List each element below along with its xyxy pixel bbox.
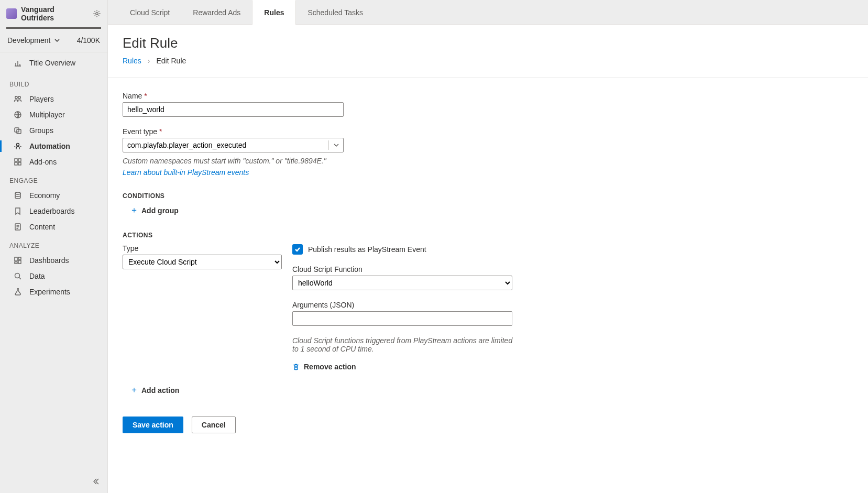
globe-icon [14,111,22,119]
divider [108,78,868,78]
nav-label: Experiments [29,288,70,296]
field-name: Name * [123,92,853,117]
svg-rect-16 [15,262,17,264]
flask-icon [14,288,22,296]
nav-experiments[interactable]: Experiments [0,284,107,300]
nav-data[interactable]: Data [0,268,107,284]
eventtype-label: Event type * [123,127,853,136]
save-button[interactable]: Save action [123,417,183,433]
arguments-input[interactable] [292,311,512,326]
actions-header: ACTIONS [123,232,853,239]
nav-groups[interactable]: Groups [0,123,107,138]
plus-icon: ＋ [130,205,137,216]
nav-label: Title Overview [29,59,75,67]
content: Edit Rule Rules › Edit Rule Name * Event… [108,25,868,493]
nav-economy[interactable]: Economy [0,188,107,203]
plus-icon: ＋ [130,385,137,396]
collapse-sidebar-icon[interactable] [92,477,100,486]
groups-icon [14,126,22,135]
nav-leaderboards[interactable]: Leaderboards [0,203,107,219]
learn-playstream-link[interactable]: Learn about built-in PlayStream events [123,168,249,177]
tab-rules[interactable]: Rules [252,0,296,25]
breadcrumb: Rules › Edit Rule [123,57,853,65]
footer-buttons: Save action Cancel [123,417,853,433]
nav-addons[interactable]: Add-ons [0,154,107,170]
tab-label: Cloud Script [130,8,170,17]
tab-scheduled-tasks[interactable]: Scheduled Tasks [296,0,375,24]
tab-label: Rules [264,8,284,17]
args-label: Arguments (JSON) [292,301,518,309]
add-action-label: Add action [141,386,179,395]
chevron-down-icon [54,37,60,43]
namespace-helper: Custom namespaces must start with "custo… [123,157,853,165]
nav-label: Multiplayer [29,111,65,119]
tab-label: Scheduled Tasks [307,8,363,17]
svg-rect-7 [15,159,17,161]
svg-point-11 [15,192,20,194]
nav-section-analyze: ANALYZE [0,235,107,253]
svg-rect-13 [15,257,17,261]
trash-icon [292,363,300,370]
svg-point-6 [17,144,19,146]
nav-label: Dashboards [29,256,69,265]
action-row: Type Execute Cloud Script Publish result… [123,244,853,371]
nav-label: Add-ons [29,158,57,166]
nav-section-build: BUILD [0,73,107,91]
bookmark-icon [14,207,22,215]
svg-rect-15 [18,260,21,264]
name-input[interactable] [123,102,344,117]
studio-name: Vanguard Outriders [21,5,89,22]
nav-multiplayer[interactable]: Multiplayer [0,107,107,123]
cloud-function-select[interactable]: helloWorld [292,276,512,290]
nav-label: Leaderboards [29,207,74,215]
search-icon [14,272,22,280]
gear-icon[interactable] [93,9,101,18]
svg-rect-10 [18,162,21,165]
conditions-header: CONDITIONS [123,192,853,200]
tab-rewarded-ads[interactable]: Rewarded Ads [181,0,252,24]
addons-icon [14,158,22,166]
svg-point-2 [18,96,20,98]
tab-cloud-script[interactable]: Cloud Script [118,0,181,24]
chart-icon [14,59,22,67]
breadcrumb-current: Edit Rule [156,57,186,65]
nav-label: Players [29,95,54,103]
svg-point-17 [15,273,20,278]
field-arguments: Arguments (JSON) [292,301,518,326]
eventtype-input[interactable] [123,138,344,152]
add-action-button[interactable]: ＋ Add action [123,385,853,396]
remove-action-label: Remove action [304,363,356,371]
environment-label: Development [7,36,51,45]
field-event-type: Event type * Custom namespaces must star… [123,127,853,177]
environment-selector[interactable]: Development 4/100K [0,29,107,52]
publish-checkbox[interactable]: Publish results as PlayStream Event [292,244,518,255]
players-icon [14,95,22,103]
svg-point-0 [96,13,98,15]
eventtype-select[interactable] [123,138,344,152]
content-icon [14,223,22,231]
nav-label: Content [29,223,55,231]
nav-dashboards[interactable]: Dashboards [0,253,107,268]
economy-icon [14,191,22,200]
studio-header: Vanguard Outriders [0,0,107,26]
cancel-button[interactable]: Cancel [192,417,236,433]
nav-content[interactable]: Content [0,219,107,235]
remove-action-button[interactable]: Remove action [292,363,518,371]
breadcrumb-rules[interactable]: Rules [123,57,141,65]
tabs: Cloud Script Rewarded Ads Rules Schedule… [108,0,868,25]
cpu-helper: Cloud Script functions triggered from Pl… [292,336,518,353]
add-group-button[interactable]: ＋ Add group [123,205,853,216]
nav-title-overview[interactable]: Title Overview [0,52,107,73]
nav-label: Economy [29,191,60,200]
nav-label: Data [29,272,45,280]
action-type-select[interactable]: Execute Cloud Script [123,255,282,269]
add-group-label: Add group [141,206,179,215]
sidebar: Vanguard Outriders Development 4/100K Ti… [0,0,108,493]
nav-players[interactable]: Players [0,91,107,107]
chevron-right-icon: › [148,57,150,65]
name-label: Name * [123,92,853,100]
nav-automation[interactable]: Automation [0,138,107,154]
nav-section-engage: ENGAGE [0,170,107,188]
tab-label: Rewarded Ads [193,8,240,17]
publish-label: Publish results as PlayStream Event [308,245,426,254]
